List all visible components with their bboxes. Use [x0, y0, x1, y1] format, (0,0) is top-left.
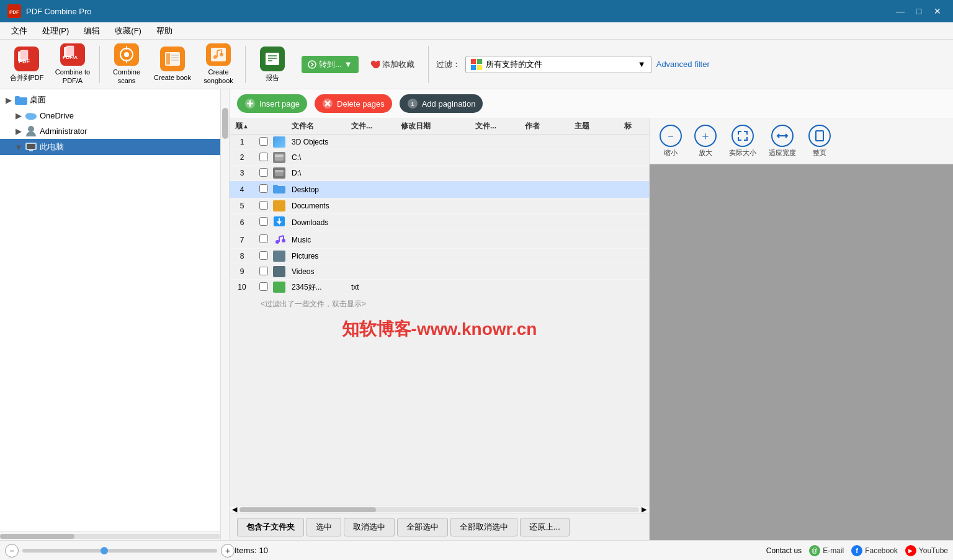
- menu-file[interactable]: 文件: [5, 23, 34, 39]
- tree-label-onedrive: OneDrive: [40, 111, 74, 120]
- favorites-button[interactable]: 添加收藏: [364, 56, 421, 73]
- facebook-link[interactable]: f Facebook: [851, 545, 898, 556]
- toolbar-separator-3: [428, 46, 429, 83]
- row-checkbox[interactable]: [259, 267, 268, 275]
- col-header-name[interactable]: 文件名: [292, 121, 351, 131]
- youtube-link[interactable]: ▶ YouTube: [905, 545, 948, 556]
- combine-pdfa-icon: PDF/A: [60, 43, 85, 66]
- select-all-button[interactable]: 全部选中: [397, 518, 448, 536]
- zoom-in-button[interactable]: ＋ 放大: [689, 122, 722, 160]
- menu-help[interactable]: 帮助: [150, 23, 179, 39]
- minimize-button[interactable]: —: [892, 3, 908, 19]
- row-checkbox[interactable]: [259, 282, 268, 291]
- menu-edit[interactable]: 编辑: [78, 23, 106, 39]
- docs-icon: [273, 200, 285, 211]
- insert-page-label: Insert page: [259, 99, 300, 109]
- goto-button[interactable]: 转到... ▼: [302, 56, 359, 73]
- file-name: 3D Objects: [292, 138, 351, 146]
- col-header-size[interactable]: 文件...: [475, 121, 525, 131]
- delete-pages-button[interactable]: Delete pages: [315, 94, 392, 113]
- combine-pdf-button[interactable]: PDF 合并到PDF: [5, 43, 48, 86]
- actual-size-button[interactable]: 实际大小: [724, 122, 761, 160]
- insert-page-button[interactable]: Insert page: [237, 94, 307, 113]
- svg-line-65: [279, 236, 284, 237]
- filtered-message[interactable]: <过滤出了一些文件，双击显示>: [230, 295, 649, 313]
- actual-size-icon: [732, 125, 754, 147]
- insert-icon: [244, 98, 256, 109]
- table-row[interactable]: 7 Music: [230, 231, 649, 249]
- svg-rect-60: [273, 185, 278, 189]
- create-book-label: Create book: [154, 74, 191, 82]
- row-checkbox[interactable]: [259, 137, 268, 146]
- svg-text:PDF: PDF: [9, 9, 19, 15]
- app-logo: PDF: [7, 4, 21, 18]
- row-checkbox[interactable]: [259, 251, 268, 260]
- table-row[interactable]: 4 Desktop: [230, 181, 649, 198]
- row-checkbox[interactable]: [259, 184, 268, 193]
- file-name: Videos: [292, 267, 351, 276]
- zoom-increase-button[interactable]: +: [221, 544, 235, 558]
- table-row[interactable]: 5 Documents: [230, 198, 649, 214]
- zoom-slider[interactable]: [22, 549, 217, 553]
- col-header-num[interactable]: 顺▲: [230, 121, 254, 131]
- fit-width-button[interactable]: 适应宽度: [764, 122, 801, 160]
- tree-item-desktop[interactable]: ▶ 桌面: [0, 92, 229, 108]
- scroll-left-btn[interactable]: ◀: [232, 505, 237, 513]
- email-link[interactable]: @ E-mail: [809, 545, 844, 556]
- row-checkbox[interactable]: [259, 153, 268, 161]
- drive-icon: [273, 152, 285, 163]
- menu-process[interactable]: 处理(P): [36, 23, 75, 39]
- left-panel-hscroll[interactable]: [0, 531, 229, 540]
- deselect-all-button[interactable]: 全部取消选中: [450, 518, 517, 536]
- create-songbook-button[interactable]: Create songbook: [197, 43, 240, 86]
- restore-button[interactable]: 还原上...: [520, 518, 570, 536]
- create-book-button[interactable]: Create book: [151, 43, 194, 86]
- close-button[interactable]: ✕: [929, 3, 946, 19]
- left-panel: ▶ 桌面 ▶ OneDrive ▶: [0, 89, 230, 540]
- table-row[interactable]: 3 D:\: [230, 166, 649, 181]
- tree-item-onedrive[interactable]: ▶ OneDrive: [0, 108, 229, 123]
- table-row[interactable]: 9 Videos: [230, 264, 649, 280]
- tree-item-thispc[interactable]: ▼ 此电脑: [0, 139, 229, 155]
- combine-pdfa-button[interactable]: PDF/A Combine to PDF/A: [51, 43, 94, 86]
- row-checkbox[interactable]: [259, 201, 268, 210]
- contact-us-label: Contact us: [766, 546, 802, 555]
- deselect-button[interactable]: 取消选中: [344, 518, 395, 536]
- zoom-out-button[interactable]: － 缩小: [655, 122, 687, 160]
- svg-rect-35: [477, 59, 482, 64]
- maximize-button[interactable]: □: [911, 3, 927, 19]
- col-header-date[interactable]: 修改日期: [401, 121, 475, 131]
- file-actions-bar: 包含子文件夹 选中 取消选中 全部选中 全部取消选中 还原上...: [230, 513, 649, 540]
- row-checkbox[interactable]: [259, 217, 268, 226]
- row-checkbox[interactable]: [259, 168, 268, 177]
- add-pagination-button[interactable]: 1 Add pagination: [400, 94, 483, 113]
- select-button[interactable]: 选中: [306, 518, 341, 536]
- include-subfolders-button[interactable]: 包含子文件夹: [237, 518, 304, 536]
- filter-value: 所有支持的文件: [486, 59, 542, 70]
- file-list-hscroll[interactable]: ◀ ▶: [230, 505, 649, 513]
- table-row[interactable]: 6 Downloads: [230, 214, 649, 231]
- full-page-button[interactable]: 整页: [803, 122, 836, 160]
- create-songbook-label: Create songbook: [199, 68, 238, 84]
- table-row[interactable]: 2 C:\: [230, 150, 649, 166]
- col-header-tag[interactable]: 标: [624, 121, 649, 131]
- row-checkbox[interactable]: [259, 234, 268, 243]
- report-button[interactable]: 报告: [251, 43, 294, 86]
- menu-favorites[interactable]: 收藏(F): [109, 23, 148, 39]
- table-row[interactable]: 1 3D Objects: [230, 135, 649, 150]
- window-controls: — □ ✕: [892, 3, 946, 19]
- zoom-decrease-button[interactable]: −: [5, 544, 19, 558]
- advanced-filter-link[interactable]: Advanced filter: [656, 60, 710, 69]
- tree-scrollbar[interactable]: [220, 89, 229, 540]
- col-header-subject[interactable]: 主题: [575, 121, 624, 131]
- col-header-author[interactable]: 作者: [525, 121, 575, 131]
- email-icon: @: [809, 545, 820, 556]
- filter-select[interactable]: 所有支持的文件 ▼: [465, 56, 651, 73]
- fit-width-label: 适应宽度: [769, 148, 796, 158]
- table-row[interactable]: 10 2345好... txt: [230, 280, 649, 295]
- scroll-right-btn[interactable]: ▶: [642, 505, 647, 513]
- combine-scans-button[interactable]: Combine scans: [105, 43, 148, 86]
- col-header-type[interactable]: 文件...: [351, 121, 401, 131]
- table-row[interactable]: 8 Pictures: [230, 249, 649, 264]
- tree-item-administrator[interactable]: ▶ Administrator: [0, 123, 229, 139]
